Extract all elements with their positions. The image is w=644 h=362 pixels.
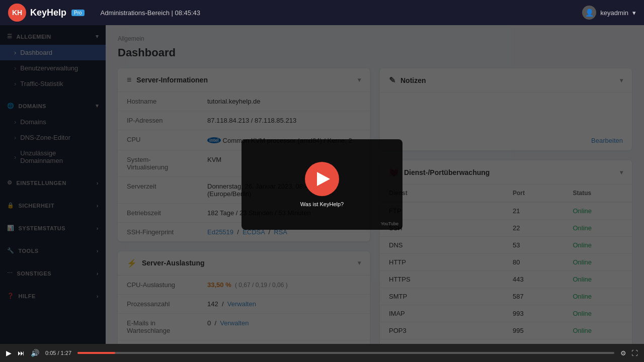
main-layout: ☰ ALLGEMEIN ▾ Dashboard Benutzerverwaltu… (0, 25, 644, 344)
username: keyadmin (600, 9, 628, 17)
topbar-left: KH KeyHelp Pro Administrations-Bereich |… (8, 4, 200, 22)
logo-area: KH KeyHelp Pro (8, 4, 85, 22)
video-current-time: 0:05 (45, 350, 56, 356)
video-volume-button[interactable]: 🔊 (31, 349, 39, 357)
avatar: 👤 (582, 6, 596, 20)
play-triangle-icon (317, 172, 330, 186)
topbar-user[interactable]: 👤 keyadmin ▾ (582, 6, 636, 20)
logo-pro-badge: Pro (71, 10, 85, 16)
video-title: Was ist KeyHelp? (295, 201, 349, 207)
video-play-button[interactable]: ▶ (6, 349, 12, 357)
yt-wm-text: YouTube (381, 221, 398, 226)
video-time: 0:05 / 1:27 (45, 350, 71, 356)
video-progress-fill (77, 352, 115, 354)
play-button[interactable] (305, 162, 339, 196)
chevron-down-icon: ▾ (632, 9, 636, 17)
fullscreen-icon[interactable]: ⛶ (631, 349, 638, 357)
topbar-title: Administrations-Bereich | 08:45:43 (101, 9, 200, 17)
topbar: KH KeyHelp Pro Administrations-Bereich |… (0, 0, 644, 25)
topbar-right: 👤 keyadmin ▾ (582, 6, 636, 20)
video-total-time: 1:27 (61, 350, 71, 356)
youtube-player: Was ist KeyHelp? YouTube (242, 139, 403, 230)
video-skip-button[interactable]: ⏭ (18, 349, 25, 357)
youtube-watermark: YouTube (381, 219, 398, 227)
video-bar-right: ⚙ ⛶ (620, 349, 638, 357)
video-progress-bar[interactable] (77, 352, 614, 354)
logo-text: KeyHelp (30, 8, 66, 18)
logo-icon: KH (8, 4, 26, 22)
settings-icon[interactable]: ⚙ (620, 349, 626, 357)
video-overlay[interactable]: Was ist KeyHelp? YouTube (0, 25, 644, 344)
video-bar: ▶ ⏭ 🔊 0:05 / 1:27 ⚙ ⛶ (0, 344, 644, 362)
